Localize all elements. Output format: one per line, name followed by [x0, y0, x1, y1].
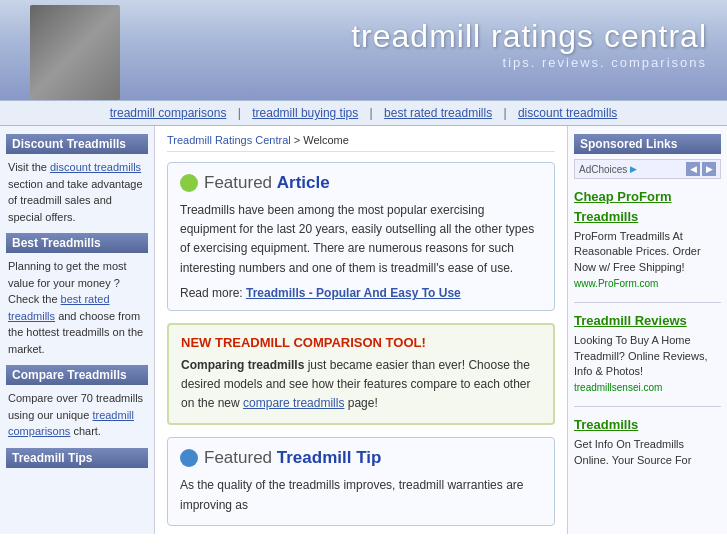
- ad-choices-bar: AdChoices ▶ ◀ ▶: [574, 159, 721, 179]
- breadcrumb-current: Welcome: [303, 134, 349, 146]
- sidebar-section-discount: Discount Treadmills: [6, 134, 148, 154]
- nav-bar: treadmill comparisons | treadmill buying…: [0, 100, 727, 126]
- right-sidebar: Sponsored Links AdChoices ▶ ◀ ▶ Cheap Pr…: [567, 126, 727, 534]
- header-title-block: treadmill ratings central tips. reviews.…: [351, 18, 707, 70]
- comparison-tool-link[interactable]: compare treadmills: [243, 396, 344, 410]
- ad-next-button[interactable]: ▶: [702, 162, 716, 176]
- featured-article-box: Featured Article Treadmills have been am…: [167, 162, 555, 311]
- featured-article-icon: [180, 174, 198, 192]
- sidebar-discount-text: Visit the discount treadmills section an…: [6, 159, 148, 225]
- sidebar-best-text: Planning to get the most value for your …: [6, 258, 148, 357]
- breadcrumb-arrow: >: [294, 134, 303, 146]
- nav-sep-1: |: [238, 106, 241, 120]
- featured-article-header: Featured Article: [180, 173, 542, 193]
- ad-choices-logo: ▶: [630, 164, 637, 174]
- breadcrumb-home[interactable]: Treadmill Ratings Central: [167, 134, 291, 146]
- sponsor-block-proform: Cheap ProForm Treadmills ProForm Treadmi…: [574, 187, 721, 292]
- featured-article-body: Treadmills have been among the most popu…: [180, 201, 542, 278]
- sponsor-divider-2: [574, 406, 721, 407]
- nav-best-rated[interactable]: best rated treadmills: [384, 106, 492, 120]
- sponsor-proform-link[interactable]: Cheap ProForm Treadmills: [574, 187, 721, 226]
- featured-tip-header: Featured Treadmill Tip: [180, 448, 542, 468]
- comparison-tool-text: Comparing treadmills just became easier …: [181, 356, 541, 414]
- sidebar-best-link[interactable]: best rated treadmills: [8, 293, 110, 322]
- right-sidebar-title: Sponsored Links: [574, 134, 721, 154]
- ad-nav-buttons[interactable]: ◀ ▶: [686, 162, 716, 176]
- comparison-tool-strong: Comparing treadmills: [181, 358, 304, 372]
- featured-tip-box: Featured Treadmill Tip As the quality of…: [167, 437, 555, 525]
- header: treadmill ratings central tips. reviews.…: [0, 0, 727, 100]
- sidebar-compare-text: Compare over 70 treadmills using our uni…: [6, 390, 148, 440]
- breadcrumb: Treadmill Ratings Central > Welcome: [167, 134, 555, 152]
- nav-buying-tips[interactable]: treadmill buying tips: [252, 106, 358, 120]
- sponsor-block-treadmills: Treadmills Get Info On Treadmills Online…: [574, 415, 721, 468]
- sponsor-reviews-link[interactable]: Treadmill Reviews: [574, 311, 721, 331]
- featured-article-title: Featured Article: [204, 173, 330, 193]
- sponsor-block-reviews: Treadmill Reviews Looking To Buy A Home …: [574, 311, 721, 396]
- sponsor-proform-text: ProForm Treadmills At Reasonable Prices.…: [574, 229, 721, 275]
- sidebar-section-best: Best Treadmills: [6, 233, 148, 253]
- sidebar-discount-link[interactable]: discount treadmills: [50, 161, 141, 173]
- ad-prev-button[interactable]: ◀: [686, 162, 700, 176]
- nav-discount[interactable]: discount treadmills: [518, 106, 617, 120]
- sidebar-section-tips: Treadmill Tips: [6, 448, 148, 468]
- left-sidebar: Discount Treadmills Visit the discount t…: [0, 126, 155, 534]
- ad-choices-label: AdChoices: [579, 164, 627, 175]
- sponsor-proform-url[interactable]: www.ProForm.com: [574, 278, 658, 289]
- sponsor-reviews-url[interactable]: treadmillsensei.com: [574, 382, 662, 393]
- site-subtitle: tips. reviews. comparisons: [351, 55, 707, 70]
- featured-tip-body: As the quality of the treadmills improve…: [180, 476, 542, 514]
- main-layout: Discount Treadmills Visit the discount t…: [0, 126, 727, 534]
- comparison-tool-box: NEW TREADMILL COMPARISON TOOL! Comparing…: [167, 323, 555, 426]
- nav-treadmill-comparisons[interactable]: treadmill comparisons: [110, 106, 227, 120]
- nav-sep-2: |: [370, 106, 373, 120]
- sidebar-section-compare: Compare Treadmills: [6, 365, 148, 385]
- featured-article-readmore: Read more: Treadmills - Popular And Easy…: [180, 286, 542, 300]
- sidebar-compare-link[interactable]: treadmill comparisons: [8, 409, 134, 438]
- comparison-tool-title: NEW TREADMILL COMPARISON TOOL!: [181, 335, 541, 350]
- featured-tip-title: Featured Treadmill Tip: [204, 448, 381, 468]
- sponsor-treadmills-text: Get Info On Treadmills Online. Your Sour…: [574, 437, 721, 468]
- sponsor-divider-1: [574, 302, 721, 303]
- site-title: treadmill ratings central: [351, 18, 707, 55]
- featured-article-readmore-link[interactable]: Treadmills - Popular And Easy To Use: [246, 286, 461, 300]
- sponsor-treadmills-link[interactable]: Treadmills: [574, 415, 721, 435]
- sponsor-reviews-text: Looking To Buy A Home Treadmill? Online …: [574, 333, 721, 379]
- featured-tip-icon: [180, 449, 198, 467]
- nav-sep-3: |: [503, 106, 506, 120]
- header-person-image: [30, 5, 120, 100]
- center-content: Treadmill Ratings Central > Welcome Feat…: [155, 126, 567, 534]
